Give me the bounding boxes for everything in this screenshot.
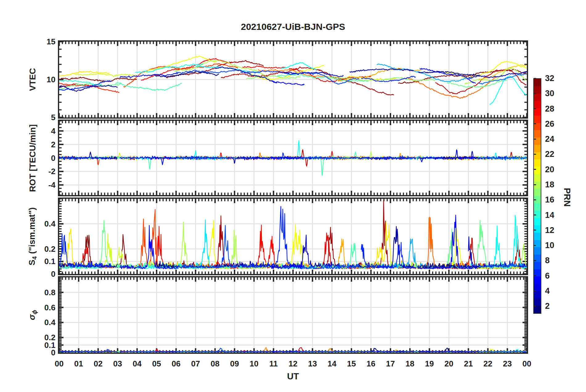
colorbar-segment-prn-20 — [534, 167, 541, 174]
x-tick-label: 23 — [498, 359, 517, 369]
panel-rot — [58, 120, 528, 196]
colorbar-tick — [534, 108, 536, 109]
colorbar-segment-prn-29 — [534, 101, 541, 108]
colorbar-segment-prn-23 — [534, 145, 541, 152]
colorbar-tick-label: 30 — [545, 88, 567, 98]
colorbar-segment-prn-28 — [534, 108, 541, 116]
colorbar-tick-label: 14 — [545, 210, 567, 220]
colorbar-tick — [534, 260, 536, 261]
x-tick-label: 00 — [517, 359, 537, 369]
colorbar-tick — [534, 291, 536, 292]
colorbar-tick-label: 2 — [545, 301, 567, 311]
colorbar-tick-label: 4 — [545, 286, 567, 296]
colorbar-tick — [534, 139, 536, 140]
colorbar-segment-prn-10 — [534, 240, 541, 247]
colorbar-tick-label: 32 — [545, 73, 567, 83]
x-axis-label: UT — [278, 371, 308, 382]
series-prn-5 — [420, 150, 476, 162]
colorbar-tick — [534, 275, 536, 276]
x-tick-label: 04 — [127, 359, 147, 369]
x-tick-label: 07 — [186, 359, 206, 369]
x-tick-label: 20 — [439, 359, 459, 369]
colorbar-segment-prn-30 — [534, 94, 541, 101]
colorbar-tick — [534, 230, 536, 231]
x-tick-label: 02 — [88, 359, 108, 369]
colorbar-tick — [534, 154, 536, 155]
colorbar-segment-prn-15 — [534, 203, 541, 211]
y-tick-label-vtec: 5 — [26, 112, 55, 122]
colorbar-segment-prn-9 — [534, 247, 541, 255]
x-tick-label: 16 — [361, 359, 381, 369]
colorbar-tick — [534, 214, 536, 215]
colorbar-segment-prn-31 — [534, 86, 541, 94]
colorbar-segment-prn-4 — [534, 284, 541, 291]
colorbar-tick-label: 20 — [545, 165, 567, 174]
colorbar-tick-label: 12 — [545, 225, 567, 235]
x-tick-label: 21 — [458, 359, 478, 369]
colorbar-tick-label: 26 — [545, 119, 567, 129]
colorbar-label: PRN — [562, 188, 572, 206]
x-tick-label: 09 — [225, 359, 244, 369]
series-prn-2 — [349, 69, 414, 72]
colorbar-tick-label: 28 — [545, 104, 567, 114]
colorbar-segment-prn-7 — [534, 262, 541, 269]
x-tick-label: 13 — [303, 359, 322, 369]
x-tick-label: 10 — [244, 359, 264, 369]
colorbar-tick — [534, 93, 536, 94]
x-tick-label: 15 — [342, 359, 361, 369]
colorbar-segment-prn-5 — [534, 276, 541, 284]
colorbar-segment-prn-19 — [534, 174, 541, 182]
x-tick-label: 06 — [166, 359, 186, 369]
colorbar — [533, 78, 541, 314]
series-prn-19 — [75, 73, 137, 76]
colorbar-tick — [534, 78, 536, 79]
panel-vtec — [58, 40, 528, 119]
colorbar-segment-prn-3 — [534, 291, 541, 299]
x-tick-label: 18 — [400, 359, 420, 369]
chart-title: 20210627-UiB-BJN-GPS — [58, 22, 528, 32]
colorbar-tick-label: 6 — [545, 271, 567, 281]
colorbar-segment-prn-22 — [534, 152, 541, 160]
colorbar-tick — [534, 123, 536, 124]
colorbar-tick-label: 24 — [545, 134, 567, 144]
y-tick-label-sigma_phi: 0.2 — [26, 333, 55, 342]
colorbar-tick-label: 8 — [545, 255, 567, 265]
x-tick-label: 05 — [147, 359, 166, 369]
x-tick-label: 08 — [205, 359, 225, 369]
y-tick-label-vtec: 15 — [26, 37, 55, 47]
colorbar-tick — [534, 306, 536, 307]
figure: 20210627-UiB-BJN-GPS 51015VTEC-4-2024ROT… — [0, 0, 586, 392]
colorbar-segment-prn-2 — [534, 299, 541, 306]
colorbar-segment-prn-32 — [534, 79, 541, 86]
colorbar-tick — [534, 184, 536, 185]
colorbar-tick — [534, 199, 536, 200]
colorbar-segment-prn-12 — [534, 225, 541, 233]
y-axis-label-rot: ROT [TECU/min] — [28, 124, 38, 192]
x-tick-label: 22 — [478, 359, 498, 369]
series-prn-5 — [120, 225, 178, 269]
y-axis-label-vtec: VTEC — [28, 68, 38, 91]
colorbar-segment-prn-17 — [534, 189, 541, 196]
x-tick-label: 11 — [264, 359, 283, 369]
panel-s4 — [58, 198, 528, 275]
colorbar-segment-prn-25 — [534, 130, 541, 137]
series-prn-19 — [75, 234, 137, 267]
y-tick-label-sigma_phi: 0.8 — [26, 288, 55, 297]
colorbar-tick-label: 22 — [545, 149, 567, 159]
colorbar-segment-prn-1 — [534, 306, 541, 313]
series-prn-13 — [490, 215, 527, 269]
colorbar-segment-prn-27 — [534, 116, 541, 123]
x-tick-label: 03 — [108, 359, 128, 369]
series-prn-28 — [242, 66, 285, 68]
y-axis-label-sigma_phi: σϕ — [27, 310, 39, 320]
colorbar-segment-prn-11 — [534, 233, 541, 240]
colorbar-segment-prn-21 — [534, 159, 541, 167]
series-prn-21 — [59, 71, 109, 76]
x-tick-label: 00 — [49, 359, 69, 369]
y-tick-label-s4: 0 — [26, 269, 55, 279]
x-tick-label: 12 — [283, 359, 303, 369]
x-tick-label: 01 — [69, 359, 88, 369]
colorbar-segment-prn-13 — [534, 218, 541, 225]
colorbar-tick — [534, 245, 536, 246]
colorbar-tick-label: 10 — [545, 240, 567, 250]
